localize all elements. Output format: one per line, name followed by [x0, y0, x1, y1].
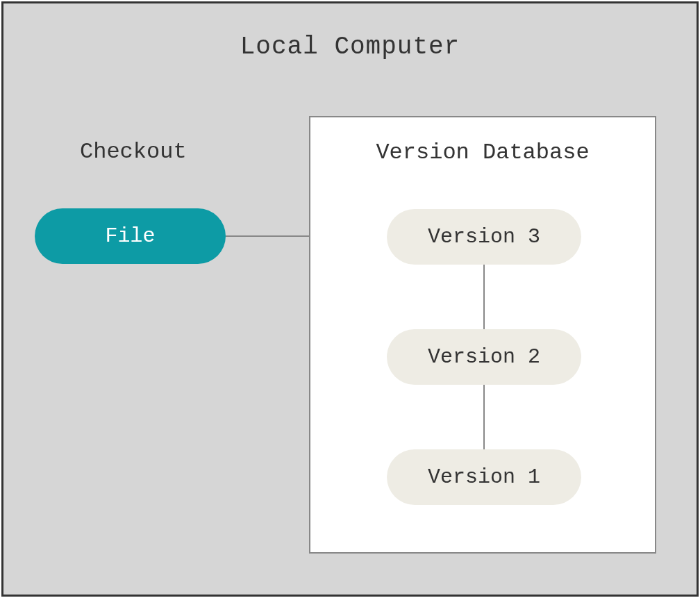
version-1-label: Version 1 — [428, 465, 540, 489]
version-3-label: Version 3 — [428, 225, 540, 249]
connector-v2-to-v1 — [483, 385, 485, 449]
version-database-box: Version Database Version 3 Version 2 Ver… — [309, 116, 656, 554]
file-node-label: File — [105, 224, 155, 248]
version-3-node: Version 3 — [387, 209, 581, 265]
local-computer-frame: Local Computer Checkout File Version Dat… — [1, 1, 699, 597]
version-database-title: Version Database — [310, 140, 655, 165]
connector-v3-to-v2 — [483, 265, 485, 329]
version-2-label: Version 2 — [428, 345, 540, 369]
version-1-node: Version 1 — [387, 449, 581, 505]
checkout-label: Checkout — [80, 139, 187, 165]
version-2-node: Version 2 — [387, 329, 581, 385]
diagram-title: Local Computer — [3, 33, 697, 61]
file-node: File — [35, 208, 226, 264]
